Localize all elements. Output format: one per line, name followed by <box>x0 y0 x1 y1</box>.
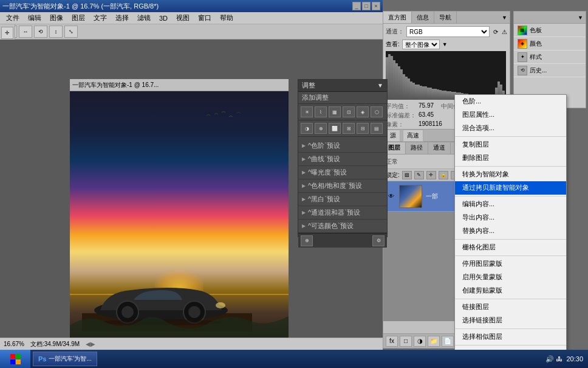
menu-edit[interactable]: 编辑 <box>24 12 45 24</box>
tool-opt4[interactable]: ↕ <box>49 26 63 38</box>
source-tab[interactable]: 源 <box>386 130 400 142</box>
tab-info[interactable]: 信息 <box>412 12 434 23</box>
svg-rect-23 <box>422 86 425 100</box>
ctx-select-similar[interactable]: 选择相似图层 <box>455 330 566 344</box>
tab-channels[interactable]: 路径 <box>406 142 428 154</box>
add-mask-button[interactable]: □ <box>400 336 412 347</box>
menu-3d[interactable]: 3D <box>156 13 171 23</box>
tool-opt3[interactable]: ⟲ <box>34 26 47 38</box>
start-button[interactable] <box>0 350 30 368</box>
view-select[interactable]: 整个图像 所选图层 <box>402 40 440 49</box>
adjust-item-hsl[interactable]: ^色相/饱和度`预设 <box>298 179 387 193</box>
menu-layer[interactable]: 图层 <box>68 12 89 24</box>
adjust-item-channelmixer[interactable]: ^通道混和器`预设 <box>298 206 387 220</box>
view-menu[interactable]: ▼ <box>442 41 448 47</box>
menu-window[interactable]: 窗口 <box>194 12 215 24</box>
exposure-icon[interactable]: ⊡ <box>343 106 355 117</box>
maximize-button[interactable]: □ <box>362 2 371 10</box>
tool-opt2[interactable]: ↔ <box>19 26 32 38</box>
vibrance-icon[interactable]: ◈ <box>357 106 369 117</box>
ctx-duplicate[interactable]: 复制图层 <box>455 138 566 151</box>
ctx-levels[interactable]: 色阶... <box>455 95 566 108</box>
levels-icon[interactable]: ▦ <box>329 106 341 117</box>
menu-filter[interactable]: 滤镜 <box>134 12 154 24</box>
colorbalance-icon[interactable]: ⊕ <box>315 123 327 134</box>
photo-icon[interactable]: ⬜ <box>329 123 341 134</box>
menu-help[interactable]: 帮助 <box>216 12 237 24</box>
lock-transparency[interactable]: ▧ <box>402 171 412 179</box>
layer-visibility-toggle[interactable]: 👁 <box>387 192 395 201</box>
mini-item-color[interactable]: ◈ 颜色 <box>514 37 586 50</box>
tab-histogram[interactable]: 直方图 <box>383 12 412 23</box>
mini-panel-menu[interactable]: ▼ <box>578 15 583 21</box>
svg-rect-58 <box>10 354 15 359</box>
adjust-menu-icon[interactable]: ▼ <box>377 82 383 89</box>
hsl-icon[interactable]: ⬡ <box>371 106 383 117</box>
adjust-item-levels[interactable]: ^色阶`预设 <box>298 139 387 153</box>
image-doc-title: 一部汽车为智能对象-1 @ 16.7... <box>72 81 159 89</box>
menu-view[interactable]: 视图 <box>173 12 193 24</box>
channel-icon[interactable]: ⊞ <box>343 123 355 134</box>
ctx-edit-contents[interactable]: 编辑内容... <box>455 198 566 211</box>
svg-rect-16 <box>405 77 408 100</box>
bw-icon[interactable]: ◑ <box>301 123 313 134</box>
menu-file[interactable]: 文件 <box>2 12 23 24</box>
adjust-item-bw[interactable]: ^黑白`预设 <box>298 193 387 206</box>
view-row: 查看: 整个图像 所选图层 ▼ <box>386 40 507 49</box>
ctx-convert-smart[interactable]: 转换为智能对象 <box>455 168 566 181</box>
invert-icon[interactable]: ⊟ <box>357 123 369 134</box>
mini-item-history[interactable]: ⟲ 历史... <box>514 64 586 77</box>
svg-rect-26 <box>429 88 432 100</box>
adjust-item-exposure[interactable]: ^曝光度`预设 <box>298 166 387 179</box>
adjust-item-curves[interactable]: ^曲线`预设 <box>298 153 387 166</box>
ctx-create-clipping[interactable]: 创建剪贴蒙版 <box>455 284 566 297</box>
brightness-icon[interactable]: ☀ <box>301 106 313 117</box>
adjust-icons-row: ☀ ⌇ ▦ ⊡ ◈ ⬡ <box>298 104 387 120</box>
channel-select[interactable]: RGB 红 绿 蓝 <box>406 26 490 37</box>
ctx-replace-contents[interactable]: 替换内容... <box>455 224 566 238</box>
ctx-link-layers[interactable]: 链接图层 <box>455 300 566 314</box>
new-layer-button[interactable]: 📄 <box>442 336 454 347</box>
menu-type[interactable]: 文字 <box>90 12 111 24</box>
mini-item-swatch[interactable]: ▦ 色板 <box>514 24 586 37</box>
lock-position[interactable]: ✛ <box>426 171 436 179</box>
svg-rect-22 <box>420 86 422 100</box>
menu-select[interactable]: 选择 <box>112 12 132 24</box>
taskbar-clock: 20:30 <box>566 355 583 363</box>
move-tool[interactable]: ✛ <box>1 27 13 39</box>
ctx-delete[interactable]: 删除图层 <box>455 151 566 165</box>
highspeed-tab[interactable]: 高速 <box>403 130 423 142</box>
new-group-button[interactable]: 📁 <box>428 336 440 347</box>
lock-all[interactable]: 🔒 <box>439 171 448 179</box>
adjust-item-selectivecolor[interactable]: ^可选颜色`预设 <box>298 220 387 233</box>
add-style-button[interactable]: fx <box>386 336 398 347</box>
menu-image[interactable]: 图像 <box>46 12 67 24</box>
adjust-settings-icon[interactable]: ⚙ <box>372 235 385 246</box>
taskbar-ps-item[interactable]: Ps 一部汽车'为智... <box>33 352 97 366</box>
refresh-icon[interactable]: ⟳ <box>493 29 498 35</box>
tool-opt5[interactable]: ⤡ <box>64 26 78 38</box>
ctx-new-smart-via-copy[interactable]: 通过拷贝新建智能对象 <box>455 181 566 195</box>
add-adjust-icon[interactable]: ⊕ <box>301 235 313 246</box>
curves-icon[interactable]: ⌇ <box>315 106 327 117</box>
ctx-select-linked[interactable]: 选择链接图层 <box>455 314 566 327</box>
ctx-blend-options[interactable]: 混合选项... <box>455 122 566 135</box>
histogram-menu[interactable]: ▼ <box>502 15 507 21</box>
ctx-export-contents[interactable]: 导出内容... <box>455 211 566 224</box>
svg-rect-11 <box>393 60 395 100</box>
posterize-icon[interactable]: ▤ <box>371 123 383 134</box>
close-button[interactable]: × <box>372 2 380 10</box>
tab-paths[interactable]: 通道 <box>428 142 451 154</box>
ctx-rasterize[interactable]: 栅格化图层 <box>455 241 566 254</box>
ctx-disable-mask[interactable]: 停用图层蒙版 <box>455 257 566 271</box>
taskbar-icons: 🔊 🖧 <box>545 355 562 363</box>
mini-item-styles[interactable]: ✦ 样式 <box>514 50 586 64</box>
nav-arrows[interactable]: ◀▶ <box>86 341 95 347</box>
lock-image[interactable]: ✎ <box>414 171 424 179</box>
minimize-button[interactable]: _ <box>352 2 361 10</box>
ctx-enable-vector-mask[interactable]: 启用矢量蒙版 <box>455 271 566 284</box>
tab-navigator[interactable]: 导航 <box>434 12 457 23</box>
adjust-list: ^色阶`预设 ^曲线`预设 ^曝光度`预设 ^色相/饱和度`预设 ^黑白`预设 … <box>298 137 387 233</box>
new-adjustment-button[interactable]: ◑ <box>414 336 426 347</box>
ctx-layer-props[interactable]: 图层属性... <box>455 108 566 122</box>
